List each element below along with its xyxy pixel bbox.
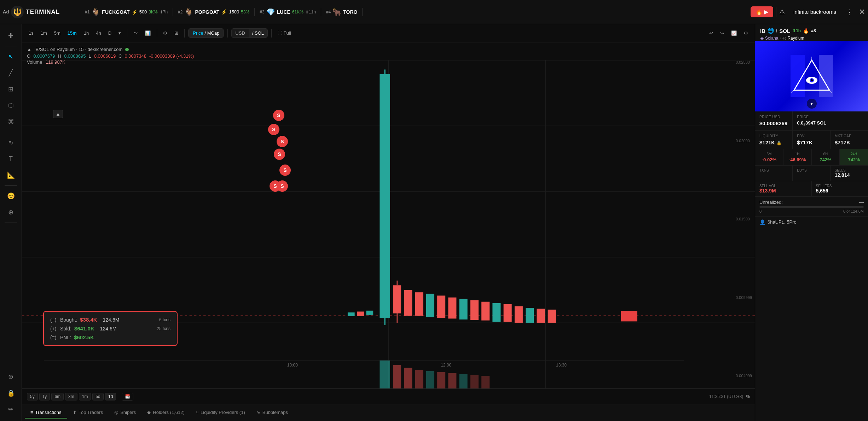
chart-content[interactable]: ▲ IB/SOL on Raydium · 15 · dexscreener.c… xyxy=(22,42,755,388)
price-tab[interactable]: Price / MCap xyxy=(189,29,224,38)
text-tool[interactable]: T xyxy=(4,151,18,166)
tb-sep-2 xyxy=(157,29,157,38)
rank-badge: #8 xyxy=(811,28,816,33)
expand-image-btn[interactable]: ▾ xyxy=(807,99,817,109)
redo-btn[interactable]: ↪ xyxy=(718,29,727,37)
bought-txns: 6 txns xyxy=(159,317,170,322)
svg-rect-30 xyxy=(357,312,364,316)
indicators-btn[interactable]: ⚙ xyxy=(161,29,170,37)
tab-liquidity[interactable]: ≈ Liquidity Providers (1) xyxy=(190,407,251,419)
lock-icon: 🔒 xyxy=(776,140,782,145)
zoom-6m[interactable]: 6m xyxy=(51,393,64,400)
more-button[interactable]: ⋮ xyxy=(843,6,856,18)
trending-item-1[interactable]: #1 🐐 FUCKGOAT ⚡ 500 3K% ⬆7h xyxy=(80,8,173,16)
txns-label: TXNS xyxy=(759,168,788,172)
usd-tab[interactable]: USD xyxy=(232,29,248,38)
svg-rect-22 xyxy=(481,302,490,321)
zoom-3m[interactable]: 3m xyxy=(65,393,77,400)
trending-item-4[interactable]: #4 🐂 TORO xyxy=(321,8,363,16)
tab-snipers[interactable]: ◎ Snipers xyxy=(109,407,141,419)
sold-sign: (+) xyxy=(50,326,57,331)
brush-tool[interactable]: ⌘ xyxy=(4,114,18,129)
emoji-tool[interactable]: 😊 xyxy=(4,189,18,203)
calendar-btn[interactable]: 📅 xyxy=(122,393,133,400)
top-bar: Ad 🔱 TERMINAL #1 🐐 FUCKGOAT ⚡ 500 3K% ⬆7… xyxy=(0,0,868,24)
left-toolbar: ✚ ↖ ╱ ⊞ ⬡ ⌘ ∿ T 📐 😊 ⊕ ⊕ 🔒 ✏ xyxy=(0,24,22,421)
usd-sol-toggle: USD / SOL xyxy=(231,28,268,38)
sell-badge-5: S xyxy=(279,165,291,176)
zoom-tool[interactable]: ⊕ xyxy=(4,369,18,384)
tf-1h[interactable]: 1h xyxy=(81,29,91,37)
collapse-btn[interactable]: ▲ xyxy=(53,110,63,118)
ray-tool[interactable]: ∿ xyxy=(4,135,18,150)
chg-24h: 24H 742% xyxy=(840,149,868,165)
zoom-5d[interactable]: 5d xyxy=(92,393,103,400)
svg-rect-21 xyxy=(470,300,479,320)
chart-type-line[interactable]: 〜 xyxy=(131,29,140,38)
tf-d[interactable]: D xyxy=(106,29,114,37)
stat-liquidity: LIQUIDITY $121K 🔒 xyxy=(755,131,793,149)
zoom-1d[interactable]: 1d xyxy=(105,393,116,400)
top-traders-icon: ⬆ xyxy=(73,410,77,415)
tab-bubblemaps[interactable]: ∿ Bubblemaps xyxy=(251,407,294,419)
signal-btn[interactable]: 📈 xyxy=(729,29,739,37)
tf-4h[interactable]: 4h xyxy=(93,29,103,37)
sol-tab[interactable]: / SOL xyxy=(249,29,267,38)
tab-holders[interactable]: ◆ Holders (1,612) xyxy=(141,407,190,419)
svg-rect-28 xyxy=(548,310,556,323)
lock-tool[interactable]: 🔒 xyxy=(4,386,18,400)
trending-item-2[interactable]: #2 🐐 POPGOAT ⚡ 1500 53% xyxy=(173,8,255,16)
zoom-1y[interactable]: 1y xyxy=(39,393,50,400)
tf-1m[interactable]: 1m xyxy=(38,29,50,37)
bought-tokens: 124.6M xyxy=(103,317,120,323)
undo-btn[interactable]: ↩ xyxy=(707,29,716,37)
ohlcv-l: L xyxy=(88,53,91,59)
fire-button[interactable]: 🔥 ▶ xyxy=(751,6,773,17)
price-usd-label: PRICE USD xyxy=(759,115,788,119)
chg-6h-label: 6H xyxy=(815,152,836,156)
chart-type-candle[interactable]: 📊 xyxy=(143,29,153,37)
stat-mktcap: MKT CAP $717K xyxy=(831,131,868,149)
bought-label: Bought: xyxy=(60,317,77,323)
tf-15m[interactable]: 15m xyxy=(65,29,79,37)
chart-settings-btn[interactable]: ⚙ xyxy=(741,29,751,37)
tf-5m[interactable]: 5m xyxy=(52,29,63,37)
token-quote: SOL xyxy=(779,28,790,34)
layout-btn[interactable]: ⊞ xyxy=(172,29,181,37)
cursor-tool[interactable]: ↖ xyxy=(4,49,18,64)
triangle-icon: ⚠ xyxy=(779,8,785,16)
multi-tool[interactable]: ⊞ xyxy=(4,82,18,97)
sold-label: Sold: xyxy=(60,326,71,331)
tab-top-traders[interactable]: ⬆ Top Traders xyxy=(67,407,109,419)
ohlcv-header: ▲ IB/SOL on Raydium · 15 · dexscreener.c… xyxy=(27,47,194,65)
status-time: 11:35:31 (UTC+8) xyxy=(709,394,743,399)
node-tool[interactable]: ⬡ xyxy=(4,98,18,113)
tf-dropdown[interactable]: ▾ xyxy=(116,29,123,37)
chart-status-bar: 5y 1y 6m 3m 1m 5d 1d 📅 11:35:31 (UTC+8) … xyxy=(22,388,755,404)
ruler-tool[interactable]: 📐 xyxy=(4,168,18,183)
trending-item-3[interactable]: #3 💎 LUCE 61K% ⬆11h xyxy=(255,8,321,16)
wallet-row[interactable]: 👤 6haUPt...5Pro xyxy=(755,217,868,228)
time-10: 10:00 xyxy=(287,363,298,368)
pct-button[interactable]: % xyxy=(746,394,750,399)
svg-rect-25 xyxy=(515,306,523,323)
tf-1s[interactable]: 1s xyxy=(26,29,36,37)
main-layout: ✚ ↖ ╱ ⊞ ⬡ ⌘ ∿ T 📐 😊 ⊕ ⊕ 🔒 ✏ 1s 1m 5m 15m… xyxy=(0,24,868,421)
svg-rect-23 xyxy=(492,303,500,322)
measure-tool[interactable]: ⊕ xyxy=(4,205,18,220)
token-symbol: IB xyxy=(760,28,765,34)
close-button[interactable]: ✕ xyxy=(859,7,865,17)
tab-transactions[interactable]: ≡ Transactions xyxy=(25,407,67,419)
svg-rect-9 xyxy=(380,74,390,318)
zoom-1m[interactable]: 1m xyxy=(79,393,91,400)
edit-tool[interactable]: ✏ xyxy=(4,402,18,417)
stat-price-usd: PRICE USD $0.0008269 xyxy=(755,111,793,130)
line-tool[interactable]: ╱ xyxy=(4,65,18,80)
rank-2: #2 xyxy=(178,10,183,15)
ohlcv-o: O xyxy=(27,53,30,59)
svg-rect-42 xyxy=(621,311,637,321)
mktcap-val: $717K xyxy=(835,139,864,145)
add-button[interactable]: ✚ xyxy=(4,28,18,43)
fullscreen-btn[interactable]: ⛶ Full xyxy=(275,29,294,37)
zoom-5y[interactable]: 5y xyxy=(27,393,38,400)
